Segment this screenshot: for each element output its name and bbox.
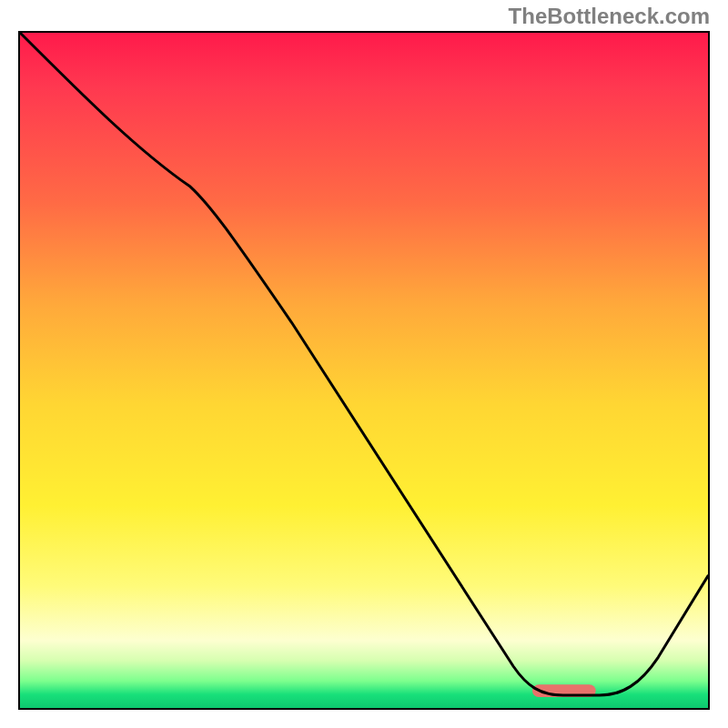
curve-layer (20, 33, 708, 708)
chart-container: TheBottleneck.com (0, 0, 728, 728)
bottleneck-curve (20, 33, 708, 695)
watermark-text: TheBottleneck.com (509, 4, 710, 29)
plot-area (18, 31, 710, 710)
